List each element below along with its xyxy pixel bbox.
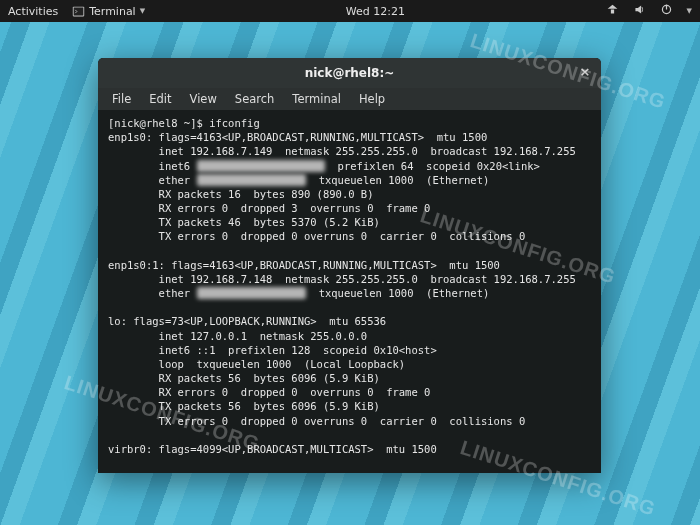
gnome-topbar: Activities Terminal ▼ Wed 12:21 ▼ <box>0 0 700 22</box>
output-line: RX packets 56 bytes 6096 (5.9 KiB) <box>108 372 380 384</box>
output-line: inet 127.0.0.1 netmask 255.0.0.0 <box>108 330 367 342</box>
output-line: TX packets 56 bytes 6096 (5.9 KiB) <box>108 400 380 412</box>
menubar: File Edit View Search Terminal Help <box>98 88 601 110</box>
output-line: RX errors 0 dropped 3 overruns 0 frame 0 <box>108 202 430 214</box>
output-line: prefixlen 64 scopeid 0x20<link> <box>325 160 540 172</box>
output-line: enp1s0:1: flags=4163<UP,BROADCAST,RUNNIN… <box>108 259 500 271</box>
output-line: TX errors 0 dropped 0 overruns 0 carrier… <box>108 415 525 427</box>
output-line: ether <box>108 174 197 186</box>
redacted-ipv6: fe80::xxxx:xxxx:xxxx <box>197 160 325 172</box>
menu-file[interactable]: File <box>104 90 139 108</box>
activities-button[interactable]: Activities <box>8 5 58 18</box>
menu-help[interactable]: Help <box>351 90 393 108</box>
app-menu[interactable]: Terminal ▼ <box>72 5 145 18</box>
redacted-mac: xx:xx:xx:xx:xx:xx <box>197 174 306 186</box>
system-menu-chevron-icon[interactable]: ▼ <box>687 7 692 15</box>
output-line: ether <box>108 287 197 299</box>
redacted-mac: xx:xx:xx:xx:xx:xx <box>197 287 306 299</box>
close-button[interactable]: × <box>577 65 593 81</box>
terminal-icon <box>72 5 85 18</box>
clock[interactable]: Wed 12:21 <box>346 5 405 18</box>
svg-rect-1 <box>74 7 84 15</box>
network-icon[interactable] <box>606 3 619 19</box>
menu-terminal[interactable]: Terminal <box>284 90 349 108</box>
output-line: lo: flags=73<UP,LOOPBACK,RUNNING> mtu 65… <box>108 315 386 327</box>
output-line: txqueuelen 1000 (Ethernet) <box>306 174 489 186</box>
output-line: enp1s0: flags=4163<UP,BROADCAST,RUNNING,… <box>108 131 487 143</box>
output-line: TX packets 46 bytes 5370 (5.2 KiB) <box>108 216 380 228</box>
output-line: loop txqueuelen 1000 (Local Loopback) <box>108 358 405 370</box>
app-menu-label: Terminal <box>89 5 136 18</box>
output-line: inet 192.168.7.149 netmask 255.255.255.0… <box>108 145 576 157</box>
output-line: TX errors 0 dropped 0 overruns 0 carrier… <box>108 230 525 242</box>
terminal-window: nick@rhel8:~ × File Edit View Search Ter… <box>98 58 601 473</box>
window-title: nick@rhel8:~ <box>305 66 395 80</box>
close-icon: × <box>580 64 591 79</box>
terminal-viewport[interactable]: [nick@rhel8 ~]$ ifconfig enp1s0: flags=4… <box>98 110 601 473</box>
output-line: virbr0: flags=4099<UP,BROADCAST,MULTICAS… <box>108 443 437 455</box>
output-line: RX packets 16 bytes 890 (890.0 B) <box>108 188 374 200</box>
menu-edit[interactable]: Edit <box>141 90 179 108</box>
window-titlebar[interactable]: nick@rhel8:~ × <box>98 58 601 88</box>
output-line: inet6 ::1 prefixlen 128 scopeid 0x10<hos… <box>108 344 437 356</box>
chevron-down-icon: ▼ <box>140 7 145 15</box>
menu-search[interactable]: Search <box>227 90 283 108</box>
shell-prompt: [nick@rhel8 ~]$ <box>108 117 209 129</box>
output-line: RX errors 0 dropped 0 overruns 0 frame 0 <box>108 386 430 398</box>
output-line: txqueuelen 1000 (Ethernet) <box>306 287 489 299</box>
volume-icon[interactable] <box>633 3 646 19</box>
power-icon[interactable] <box>660 3 673 19</box>
menu-view[interactable]: View <box>182 90 225 108</box>
output-line: inet6 <box>108 160 197 172</box>
command-text: ifconfig <box>209 117 260 129</box>
output-line: inet 192.168.7.148 netmask 255.255.255.0… <box>108 273 576 285</box>
